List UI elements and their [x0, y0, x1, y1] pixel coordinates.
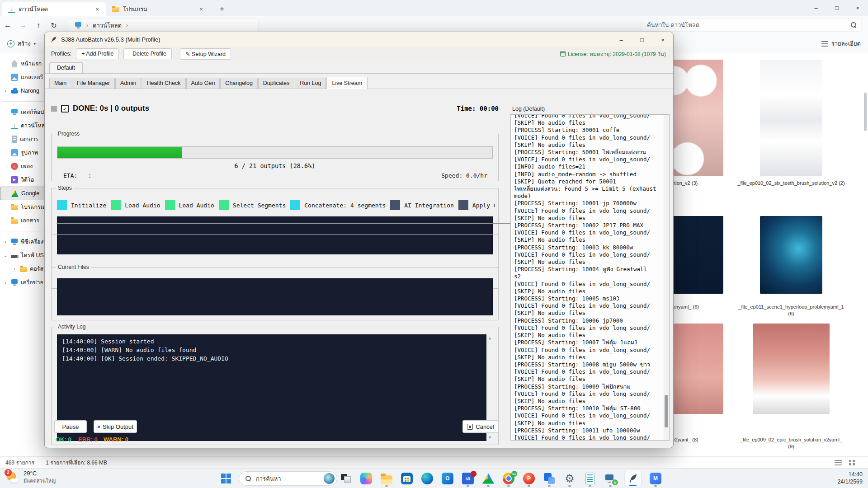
up-button[interactable]: ↑ — [31, 21, 46, 29]
ia-app-icon[interactable]: /A — [462, 470, 474, 487]
sidebar-item[interactable]: ›Narong — [0, 84, 47, 98]
sidebar-item[interactable]: รูปภาพ — [0, 146, 47, 160]
cancel-button[interactable]: Cancel — [462, 420, 499, 433]
close-tab-icon[interactable]: × — [197, 6, 205, 13]
delete-profile-button[interactable]: - Delete Profile — [123, 48, 172, 59]
notepad-icon[interactable] — [584, 470, 596, 487]
explorer-tab-downloads[interactable]: ↓ ดาวน์โหลด × — [2, 2, 106, 16]
profile-tab-default[interactable]: Default — [49, 62, 83, 73]
explorer-tab-programs[interactable]: โปรแกรม × — [106, 2, 210, 16]
scroll-up-icon[interactable]: ▲ — [489, 336, 491, 340]
sidebar-item[interactable]: ›คอร์สตี้ — [0, 262, 47, 276]
file-item[interactable]: _file_ep011_scene1_hyperloop_problemyaml… — [737, 216, 845, 317]
step-color-swatch — [111, 200, 121, 210]
log-scrollbar-thumb[interactable] — [665, 395, 668, 427]
maximize-button[interactable]: □ — [632, 32, 652, 47]
breadcrumb-segment[interactable]: ดาวน์โหลด — [93, 21, 122, 30]
remote-pc-icon[interactable]: x — [604, 470, 617, 487]
tab-live-stream[interactable]: Live Stream — [326, 77, 368, 89]
weather-widget[interactable]: 2 29°C มีแดดส่วนใหญ่ — [6, 470, 56, 485]
refresh-button[interactable]: ↻ — [46, 21, 61, 30]
details-view-icon[interactable] — [835, 460, 842, 465]
tab-main[interactable]: Main — [49, 78, 71, 89]
tab-auto-gen[interactable]: Auto Gen — [186, 78, 220, 89]
explorer-search-input[interactable]: ค้นหาใน ดาวน์โหลด — [642, 18, 862, 32]
microsoft-store-icon[interactable] — [401, 470, 413, 487]
settings-icon[interactable]: ⚙ — [563, 470, 576, 487]
sidebar-item[interactable]: เดสก์ท็อป — [0, 105, 47, 119]
google-drive-icon[interactable] — [482, 470, 495, 487]
tab-health-check[interactable]: Health Check — [142, 78, 185, 89]
log-panel[interactable]: [VOICE] Found 0 files in vdo_long_sound/… — [510, 114, 670, 441]
close-button[interactable]: × — [652, 32, 673, 47]
search-icon[interactable] — [851, 22, 857, 28]
file-item[interactable]: _file_ep009_02_epic_brush_solution_v2yam… — [737, 324, 845, 450]
file-thumbnail — [753, 324, 830, 414]
sidebar-item[interactable]: Google — [0, 187, 47, 200]
chrome-icon[interactable]: SJ — [502, 470, 515, 487]
sidebar-item[interactable]: ›พีซีเครื่องนี้ — [0, 235, 47, 249]
copilot-icon[interactable] — [360, 470, 373, 487]
sidebar-item[interactable]: ↓ดาวน์โหลด — [0, 119, 47, 132]
expand-chevron-icon[interactable]: › — [12, 267, 17, 272]
search-highlight-image[interactable] — [324, 473, 335, 484]
done-checkbox[interactable]: ✓ — [61, 105, 69, 113]
sidebar-item[interactable]: แกลเลอรี — [0, 70, 47, 84]
add-profile-button[interactable]: + Add Profile — [76, 48, 119, 59]
sidebar-item[interactable]: เอกสาร — [0, 214, 47, 227]
edge-icon[interactable] — [421, 470, 434, 487]
pause-button[interactable]: Pause — [54, 420, 87, 433]
expand-chevron-icon[interactable]: ⌄ — [3, 253, 8, 258]
tab-changelog[interactable]: Changelog — [220, 78, 257, 89]
expand-chevron-icon[interactable]: › — [3, 239, 8, 244]
m-app-icon[interactable]: M — [649, 470, 662, 487]
sidebar-item[interactable]: เอกสาร — [0, 132, 47, 146]
tab-admin[interactable]: Admin — [115, 78, 141, 89]
sidebar-item[interactable]: ⌄ไดรฟ์ USB — [0, 249, 47, 262]
thumbnail-view-icon[interactable] — [849, 460, 855, 465]
clock-date: 24/1/2569 — [837, 478, 863, 485]
sharepoint-icon[interactable] — [543, 470, 556, 487]
setup-wizard-button[interactable]: ✎ Setup Wizard — [180, 48, 231, 60]
task-view-icon[interactable] — [340, 470, 352, 487]
close-tab-icon[interactable]: × — [93, 6, 101, 13]
back-button[interactable]: ← — [0, 21, 15, 29]
taskbar-clock[interactable]: 14:40 24/1/2569 — [837, 471, 863, 485]
breadcrumb[interactable]: › ดาวน์โหลด › — [69, 19, 259, 32]
minimize-button[interactable]: – — [611, 32, 632, 47]
sidebar-item[interactable]: วิดีโอ — [0, 173, 47, 187]
file-explorer-icon-glyph — [381, 475, 392, 484]
outlook-icon[interactable]: O — [441, 470, 454, 487]
items-count: 469 รายการ — [5, 458, 34, 467]
scroll-down-icon[interactable]: ▼ — [489, 435, 491, 440]
progress-text: 6 / 21 outputs (28.6%) — [52, 162, 498, 169]
sidebar-item[interactable]: หน้าแรก — [0, 57, 47, 70]
maximize-button[interactable]: □ — [826, 0, 847, 15]
close-button[interactable]: × — [847, 0, 868, 15]
autobatch-title-bar[interactable]: SJ88 AutoBatch v26.5.3 (Multi-Profile) –… — [45, 32, 673, 47]
file-item[interactable]: _file_ep010_02_six_teeth_brush_solution_… — [737, 60, 845, 187]
tab-duplicates[interactable]: Duplicates — [258, 78, 294, 89]
forward-button[interactable]: → — [15, 21, 31, 29]
profiles-label: Profiles: — [51, 51, 71, 57]
taskbar-search-box[interactable]: การค้นหา — [239, 471, 337, 486]
file-explorer-icon[interactable] — [380, 470, 393, 487]
sidebar-item[interactable]: โปรแกรม — [0, 200, 47, 214]
sidebar-item[interactable]: ›เครือข่าย — [0, 276, 47, 289]
tab-run-log[interactable]: Run Log — [295, 78, 326, 89]
expand-chevron-icon[interactable]: › — [3, 89, 8, 94]
taskbar: 2 29°C มีแดดส่วนใหญ่ การค้นหา O/ASJP⚙xM … — [0, 468, 868, 488]
expand-chevron-icon[interactable]: › — [3, 280, 8, 285]
log-scrollbar[interactable] — [664, 115, 669, 440]
new-tab-button[interactable]: + — [216, 2, 228, 16]
minimize-button[interactable]: – — [806, 0, 826, 15]
explorer-scrollbar[interactable] — [864, 93, 867, 131]
tab-file-manager[interactable]: File Manager — [72, 78, 115, 89]
autobatch-feather-icon[interactable] — [624, 470, 642, 487]
new-button[interactable]: + สร้าง ▾ — [7, 39, 36, 48]
skip-output-button[interactable]: » Skip Output — [94, 420, 137, 433]
powerpoint-icon[interactable]: P — [523, 470, 535, 487]
sidebar-item[interactable]: เพลง — [0, 160, 47, 173]
start-button[interactable] — [221, 473, 231, 484]
details-toggle-button[interactable]: รายละเอียด — [821, 39, 861, 48]
